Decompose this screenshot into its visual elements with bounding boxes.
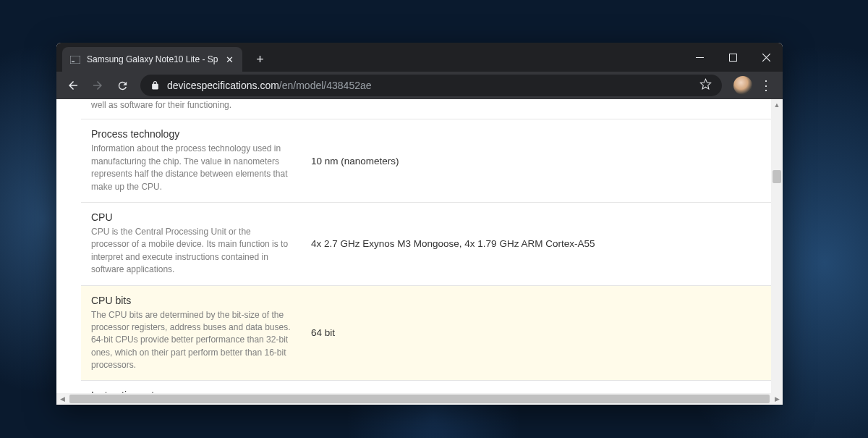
profile-avatar[interactable] <box>733 76 752 95</box>
scroll-left-arrow-icon[interactable]: ◀ <box>56 395 68 403</box>
spec-row-partial: well as software for their functioning. <box>81 99 771 119</box>
tab-favicon-icon <box>69 54 81 65</box>
page-content: well as software for their functioning. … <box>56 99 783 393</box>
vertical-scrollbar[interactable]: ▲ <box>771 99 783 393</box>
spec-value: 64 bit <box>305 295 771 372</box>
minimize-button[interactable] <box>683 46 716 68</box>
spec-value: 10 nm (nanometers) <box>305 128 771 193</box>
tab-title: Samsung Galaxy Note10 Lite - Sp <box>87 54 218 64</box>
scroll-right-arrow-icon[interactable]: ▶ <box>771 395 783 403</box>
back-button[interactable] <box>62 75 84 96</box>
spec-description: CPU is the Central Processing Unit or th… <box>91 226 291 277</box>
url-text: devicespecifications.com/en/model/438452… <box>167 80 692 91</box>
scroll-up-arrow-icon[interactable]: ▲ <box>771 99 783 111</box>
svg-rect-3 <box>729 54 736 61</box>
lock-icon <box>150 80 160 90</box>
browser-titlebar: Samsung Galaxy Note10 Lite - Sp ✕ + <box>56 43 783 72</box>
forward-button[interactable] <box>87 75 109 96</box>
close-window-button[interactable] <box>749 46 783 68</box>
svg-rect-0 <box>70 56 80 64</box>
spec-title: CPU bits <box>91 295 291 306</box>
spec-row: CPU bits The CPU bits are determined by … <box>81 286 771 382</box>
spec-title: Process technology <box>91 128 291 140</box>
vertical-scroll-thumb[interactable] <box>773 170 781 183</box>
address-bar: devicespecifications.com/en/model/438452… <box>56 72 783 99</box>
spec-row: Process technology Information about the… <box>81 119 771 203</box>
spec-value: 4x 2.7 GHz Exynos M3 Mongoose, 4x 1.79 G… <box>305 211 771 277</box>
svg-rect-1 <box>72 61 75 62</box>
browser-menu-button[interactable]: ⋮ <box>755 75 777 96</box>
spec-description: The CPU bits are determined by the bit-s… <box>91 309 291 372</box>
horizontal-scrollbar[interactable]: ◀ ▶ <box>56 393 783 405</box>
browser-tab[interactable]: Samsung Galaxy Note10 Lite - Sp ✕ <box>62 47 242 72</box>
svg-rect-2 <box>696 57 704 58</box>
spec-description: Information about the process technology… <box>91 143 291 193</box>
bookmark-star-icon[interactable] <box>699 78 712 93</box>
browser-window: Samsung Galaxy Note10 Lite - Sp ✕ + <box>56 43 783 405</box>
window-controls <box>683 43 783 72</box>
tab-close-icon[interactable]: ✕ <box>224 54 235 65</box>
spec-value <box>305 99 771 111</box>
spec-description: well as software for their functioning. <box>91 99 291 111</box>
new-tab-button[interactable]: + <box>250 49 270 70</box>
spec-title: CPU <box>91 211 291 223</box>
reload-button[interactable] <box>111 75 133 96</box>
spec-row: Instruction set The instruction set arch… <box>81 381 771 393</box>
url-input[interactable]: devicespecifications.com/en/model/438452… <box>140 75 722 96</box>
horizontal-scroll-thumb[interactable] <box>69 395 770 403</box>
maximize-button[interactable] <box>716 46 749 68</box>
content-scroll-area: well as software for their functioning. … <box>56 99 771 393</box>
spec-row: CPU CPU is the Central Processing Unit o… <box>81 203 771 286</box>
